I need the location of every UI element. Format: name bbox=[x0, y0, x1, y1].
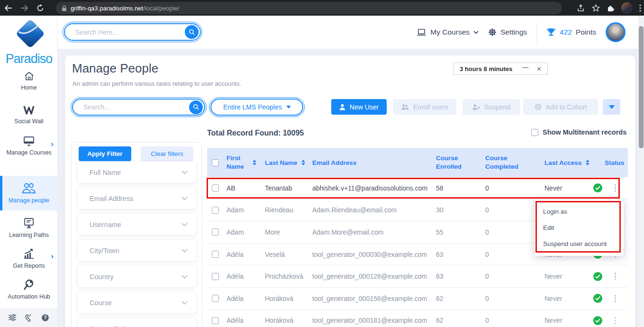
share-icon[interactable] bbox=[577, 4, 585, 12]
preferences-sliders-icon[interactable] bbox=[8, 314, 17, 321]
new-user-button[interactable]: New User bbox=[331, 99, 387, 115]
multitenant-toggle: Show Multitenant records bbox=[531, 128, 626, 136]
filter-city-town[interactable]: City/Town bbox=[78, 240, 196, 261]
search-icon[interactable] bbox=[189, 100, 203, 114]
chevron-down-icon bbox=[473, 31, 479, 34]
table-row[interactable]: Adéla Procházková tool_generator_000128@… bbox=[207, 265, 628, 288]
more-actions-dropdown-button[interactable] bbox=[603, 99, 620, 115]
sidebar-item-social-wall[interactable]: Social Wall bbox=[0, 104, 58, 125]
timer-close-icon[interactable]: ✕ bbox=[536, 65, 542, 73]
chevron-down-icon bbox=[286, 106, 291, 109]
trophy-icon bbox=[546, 27, 556, 37]
learning-paths-icon bbox=[23, 217, 35, 229]
table-row[interactable]: Adéla Horáková tool_generator_000156@exa… bbox=[207, 288, 628, 310]
global-search[interactable] bbox=[64, 23, 201, 41]
sidebar-item-get-reports[interactable]: › Get Reports bbox=[0, 248, 58, 269]
automation-hub-icon bbox=[23, 279, 35, 291]
chevron-right-icon: › bbox=[51, 139, 54, 149]
row-checkbox[interactable] bbox=[212, 228, 219, 236]
filter-email-address[interactable]: Email Address bbox=[78, 188, 196, 209]
points-indicator[interactable]: 422 Points bbox=[546, 27, 596, 37]
person-x-icon bbox=[472, 104, 480, 110]
sort-last-access-icon[interactable] bbox=[586, 160, 590, 165]
settings-menu[interactable]: Settings bbox=[488, 28, 527, 36]
row-context-menu: Login as Edit Suspend user account bbox=[535, 199, 624, 256]
status-active-icon[interactable] bbox=[593, 294, 602, 303]
filter-country[interactable]: Country bbox=[78, 266, 196, 287]
filter-panel: Apply Filter Clear filters Full Name Ema… bbox=[71, 142, 202, 327]
page-subtitle: An admin can perform various tasks relat… bbox=[73, 80, 241, 87]
reload-button[interactable] bbox=[32, 4, 48, 12]
status-active-icon[interactable] bbox=[593, 183, 602, 192]
page-title: Manage People bbox=[72, 61, 158, 76]
sidebar-item-automation-hub[interactable]: Automation Hub bbox=[0, 279, 58, 300]
home-icon bbox=[23, 71, 35, 82]
menu-item-edit[interactable]: Edit bbox=[535, 219, 624, 236]
row-checkbox[interactable] bbox=[212, 207, 219, 214]
browser-toolbar: griffin-qa3.paradisolms.net/local/people… bbox=[0, 0, 644, 16]
filter-system-role[interactable]: System Role bbox=[78, 318, 196, 327]
bookmark-star-icon[interactable] bbox=[592, 4, 600, 12]
caret-down-icon bbox=[609, 105, 615, 109]
suspend-button[interactable]: Suspend bbox=[463, 99, 520, 115]
status-active-icon[interactable] bbox=[593, 316, 602, 325]
row-actions-menu-icon[interactable] bbox=[615, 317, 617, 325]
help-icon[interactable]: ? bbox=[41, 314, 49, 322]
row-actions-menu-icon[interactable] bbox=[615, 184, 617, 192]
chevron-down-icon bbox=[181, 275, 188, 279]
chevron-down-icon bbox=[181, 171, 188, 174]
sidebar: Paradiso Home Social Wall › Manage Cours… bbox=[0, 16, 58, 327]
add-to-cohort-button[interactable]: Add to Cohort bbox=[523, 99, 598, 115]
table-row[interactable]: Adéla Horáková tool_generator_000181@exa… bbox=[207, 310, 628, 327]
row-actions-menu-icon[interactable] bbox=[615, 295, 617, 302]
filter-full-name[interactable]: Full Name bbox=[78, 162, 196, 183]
sidebar-item-home[interactable]: Home bbox=[0, 71, 58, 91]
people-search[interactable] bbox=[72, 99, 205, 116]
filter-username[interactable]: Username bbox=[78, 214, 196, 235]
target-icon bbox=[535, 103, 542, 110]
scrollbar-thumb[interactable] bbox=[639, 26, 644, 148]
scope-dropdown[interactable]: Entire LMS Peoples bbox=[210, 99, 303, 116]
global-search-input[interactable] bbox=[65, 28, 166, 36]
extensions-puzzle-icon[interactable] bbox=[607, 4, 615, 12]
sort-last-name-icon[interactable] bbox=[301, 160, 305, 165]
apply-filter-button[interactable]: Apply Filter bbox=[79, 146, 131, 161]
page-scrollbar[interactable] bbox=[638, 16, 644, 327]
row-checkbox[interactable] bbox=[212, 251, 219, 258]
clear-filters-button[interactable]: Clear filters bbox=[141, 146, 193, 161]
row-actions-menu-icon[interactable] bbox=[615, 272, 617, 280]
forward-button[interactable] bbox=[16, 5, 32, 11]
filter-course[interactable]: Course bbox=[78, 292, 196, 313]
back-button[interactable] bbox=[0, 5, 16, 11]
person-icon bbox=[339, 104, 345, 110]
user-avatar[interactable] bbox=[606, 22, 626, 42]
paradiso-logo[interactable]: Paradiso bbox=[0, 19, 58, 66]
chevron-down-icon bbox=[181, 301, 188, 305]
row-checkbox[interactable] bbox=[212, 184, 219, 191]
search-icon[interactable] bbox=[185, 25, 199, 39]
sidebar-item-manage-courses[interactable]: › Manage Courses bbox=[0, 136, 58, 156]
monitor-icon bbox=[23, 136, 35, 147]
my-courses-menu[interactable]: My Courses bbox=[417, 28, 479, 36]
select-all-checkbox[interactable] bbox=[212, 159, 219, 166]
timer-minimize-icon[interactable]: — bbox=[522, 64, 528, 71]
sort-first-name-icon[interactable] bbox=[253, 160, 256, 165]
menu-item-suspend-user-account[interactable]: Suspend user account bbox=[535, 236, 624, 252]
menu-item-login-as[interactable]: Login as bbox=[535, 203, 624, 219]
multitenant-checkbox[interactable] bbox=[531, 129, 538, 136]
sidebar-item-manage-people[interactable]: Manage people bbox=[0, 176, 58, 210]
tools-wrench-icon[interactable] bbox=[25, 314, 33, 322]
screen: griffin-qa3.paradisolms.net/local/people… bbox=[0, 0, 644, 327]
sidebar-item-learning-paths[interactable]: Learning Paths bbox=[0, 217, 58, 238]
gear-icon bbox=[488, 28, 497, 36]
row-checkbox[interactable] bbox=[212, 295, 219, 302]
status-active-icon[interactable] bbox=[593, 272, 602, 281]
address-bar[interactable]: griffin-qa3.paradisolms.net/local/people… bbox=[56, 2, 562, 14]
people-search-input[interactable] bbox=[73, 103, 172, 111]
browser-profile-avatar[interactable] bbox=[621, 2, 633, 14]
row-checkbox[interactable] bbox=[212, 317, 219, 324]
enroll-users-button[interactable]: Enroll users bbox=[393, 99, 456, 115]
row-checkbox[interactable] bbox=[212, 273, 219, 280]
browser-menu-icon[interactable] bbox=[639, 4, 641, 12]
table-row[interactable]: AB Tenantab abhishek.v+11@paradisosoluti… bbox=[207, 177, 628, 200]
